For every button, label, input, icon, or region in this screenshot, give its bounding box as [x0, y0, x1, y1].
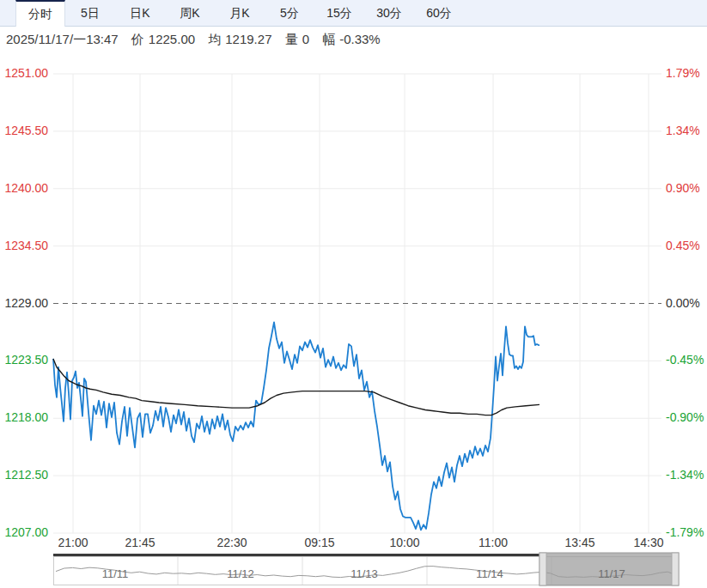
- time-tick-label: 22:30: [206, 536, 258, 549]
- price-tick-label: 1229.00: [4, 296, 48, 310]
- time-tick-label: 14:30: [623, 536, 674, 549]
- time-tick-label: 11:00: [467, 536, 519, 549]
- price-axis: 1251.001245.501240.001234.501229.001223.…: [0, 0, 50, 588]
- price-tick-label: 1218.00: [4, 410, 48, 424]
- percent-tick-label: 0.45%: [666, 239, 700, 252]
- navigator-left-handle[interactable]: [539, 553, 546, 585]
- navigator-selection-window[interactable]: [539, 553, 679, 585]
- time-tick-label: 10:00: [379, 536, 430, 549]
- price-tick-label: 1251.00: [4, 66, 48, 80]
- price-tick-label: 1212.50: [4, 468, 48, 482]
- time-tick-label: 09:15: [294, 536, 345, 549]
- time-tick-label: 21:00: [47, 536, 99, 549]
- time-tick-label: 21:45: [114, 536, 166, 549]
- time-axis: 21:0021:4522:3009:1510:0011:0013:4514:30: [0, 536, 707, 553]
- percent-tick-label: 1.79%: [666, 66, 700, 80]
- price-tick-label: 1245.50: [4, 124, 48, 137]
- percent-tick-label: 0.90%: [666, 181, 700, 195]
- percent-tick-label: 0.00%: [666, 296, 700, 310]
- percent-tick-label: -0.45%: [666, 353, 704, 367]
- chart-canvas: [0, 0, 707, 588]
- price-tick-label: 1234.50: [4, 239, 48, 252]
- percent-tick-label: -1.34%: [666, 468, 704, 482]
- percent-tick-label: 1.34%: [666, 124, 700, 137]
- timeshare-chart-app: 分时 5日 日K 周K 月K 5分 15分 30分 60分 2025/11/17…: [0, 0, 707, 588]
- percent-tick-label: -0.90%: [666, 410, 704, 424]
- price-tick-label: 1240.00: [4, 181, 48, 195]
- percent-axis: 1.79%1.34%0.90%0.45%0.00%-0.45%-0.90%-1.…: [666, 0, 707, 588]
- price-tick-label: 1223.50: [4, 353, 48, 367]
- price-line: [53, 322, 539, 530]
- time-tick-label: 13:45: [554, 536, 606, 549]
- average-line: [53, 359, 539, 415]
